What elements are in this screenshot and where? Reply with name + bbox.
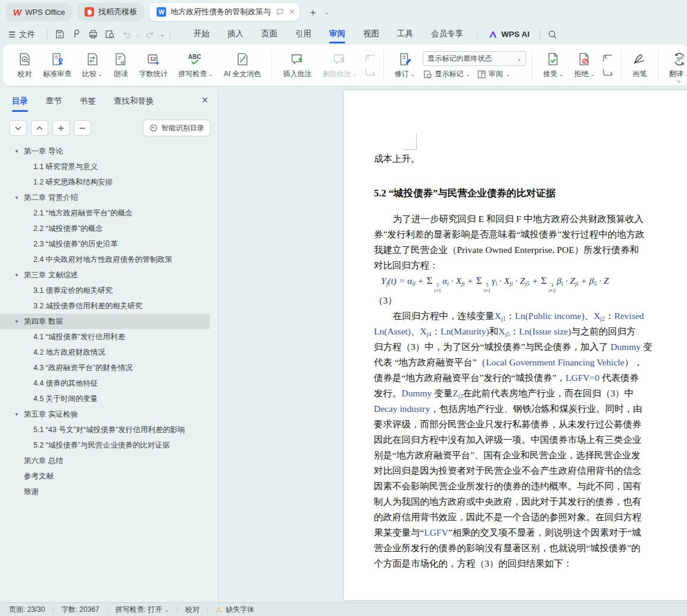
toc-item-label: 第一章 导论 — [24, 146, 63, 157]
toc-item[interactable]: 1.1 研究背景与意义 — [0, 159, 210, 174]
accept-revision-button[interactable]: 接受⌄ — [538, 49, 569, 82]
proofread-button[interactable]: 校对 — [12, 49, 38, 82]
undo-button[interactable] — [119, 27, 133, 42]
tab-wps-office[interactable]: W WPS Office — [6, 3, 72, 21]
tab-document-active[interactable]: W 地方政府性债务的管制政策与… ✕ — [149, 3, 299, 21]
previous-revision-button[interactable] — [601, 53, 614, 64]
new-tab-button[interactable]: ＋ — [308, 5, 318, 19]
toc-item[interactable]: 致谢 — [0, 484, 210, 499]
review-pane-button[interactable]: 审阅 ⌄ — [477, 69, 510, 79]
menu-item-5[interactable]: 视图 — [354, 24, 388, 45]
toc-item[interactable]: ▼第一章 导论 — [0, 143, 210, 159]
menu-item-6[interactable]: 工具 — [388, 24, 422, 45]
markup-state-dropdown[interactable]: 显示标记的最终状态 ⌄ — [423, 51, 526, 66]
page-indicator[interactable]: 页面: 23/30 — [9, 605, 45, 615]
sidebar-close-icon[interactable]: ✕ — [201, 95, 208, 105]
proofread-status[interactable]: 校对 — [185, 605, 199, 615]
next-comment-button[interactable] — [364, 67, 377, 77]
toc-item[interactable]: 4.1 “城投债券”发行信用利差 — [0, 329, 210, 345]
export-pdf-button[interactable] — [69, 27, 83, 42]
toc-item[interactable]: 3.1 债券定价的相关研究 — [0, 283, 210, 298]
spell-check-status[interactable]: 拼写检查: 打开 ⌄ — [115, 605, 169, 615]
tab-template-store[interactable]: 找稻壳模板 — [77, 3, 144, 21]
show-markup-button[interactable]: 显示标记 ⌄ — [423, 69, 470, 79]
toc-item[interactable]: 2.2 “城投债券”的概念 — [0, 221, 210, 236]
redo-button[interactable] — [143, 27, 158, 42]
word-count-button[interactable]: 12 字数统计 — [133, 49, 173, 82]
toc-item[interactable]: 2.1 “地方政府融资平台”的概念 — [0, 205, 210, 221]
ribbon-collapse-icon[interactable]: ↘ — [676, 77, 681, 84]
toc-caret-icon[interactable]: ▼ — [14, 319, 24, 324]
translate-button[interactable]: 文A 翻译⌄ — [664, 49, 687, 82]
toc-item[interactable]: 1.2 研究思路和结构安排 — [0, 174, 210, 190]
menu-item-7[interactable]: 会员专享 — [422, 24, 472, 45]
quick-access-customize-chevron[interactable]: ⌄ — [160, 31, 165, 37]
menu-item-2[interactable]: 页面 — [252, 24, 286, 45]
toc-item[interactable]: ▼第二章 背景介绍 — [0, 190, 210, 205]
toc-item[interactable]: 4.4 债券的其他特征 — [0, 376, 210, 391]
accept-revision-label: 接受 — [543, 69, 557, 79]
word-count-indicator[interactable]: 字数: 20367 — [61, 605, 99, 615]
doc-text-line: 债券是“地方政府融资平台”发行的“城投债券”，LGFV=0 代表债券 — [374, 370, 687, 386]
menu-item-3[interactable]: 引用 — [286, 24, 320, 45]
toc-expand-button[interactable] — [10, 120, 27, 136]
doc-text-line: 别是“地方政府融资平台”、国有企业和民营企业，选择民营企业发 — [374, 448, 687, 463]
insert-comment-button[interactable]: 插入批注 — [277, 49, 317, 82]
spell-check-button[interactable]: ABC 拼写检查⌄ — [173, 49, 218, 82]
toc-collapse-button[interactable] — [31, 120, 48, 136]
toc-item[interactable]: ▼第五章 实证检验 — [0, 407, 210, 422]
sidebar-tab-toc[interactable]: 目录 — [12, 96, 28, 107]
toc-caret-icon[interactable]: ▼ — [14, 195, 24, 201]
sidebar-tab-find-replace[interactable]: 查找和替换 — [114, 96, 154, 107]
undo-chevron[interactable]: ⌄ — [136, 31, 140, 37]
toc-zoom-out-button[interactable] — [74, 120, 91, 136]
compare-button[interactable]: 比较⌄ — [77, 49, 108, 82]
toc-item[interactable]: 5.2 “城投债券”与民营企业债券的比对证据 — [0, 437, 210, 453]
sidebar-tabs: 目录 章节 书签 查找和替换 ✕ — [0, 89, 218, 114]
save-button[interactable] — [52, 27, 67, 42]
ai-polish-button[interactable]: AI 全文润色 — [218, 49, 267, 82]
wps-ai-menu[interactable]: WPS AI — [482, 30, 536, 39]
menu-item-1[interactable]: 插入 — [218, 24, 252, 45]
standard-review-button[interactable]: 标准审查 — [38, 49, 77, 82]
toc-item[interactable]: 5.1 “43 号文”对“城投债券”发行信用利差的影响 — [0, 422, 210, 437]
review-pane-icon — [477, 70, 486, 79]
missing-font-indicator[interactable]: 缺失字体 — [226, 605, 254, 615]
next-revision-button[interactable] — [601, 67, 614, 77]
sidebar-tab-bookmarks[interactable]: 书签 — [80, 96, 96, 107]
toc-item[interactable]: 参考文献 — [0, 468, 210, 484]
previous-comment-button[interactable] — [364, 53, 377, 64]
toc-item[interactable]: 2.4 中央政府对地方性政府债务的管制政策 — [0, 252, 210, 267]
toc-item-label: 5.2 “城投债券”与民营企业债券的比对证据 — [33, 440, 170, 451]
toc-item[interactable]: 4.3 “政府融资平台”的财务情况 — [0, 360, 210, 376]
menu-item-4[interactable]: 审阅 — [320, 24, 354, 45]
sidebar-tab-chapters[interactable]: 章节 — [46, 96, 62, 107]
print-preview-button[interactable] — [102, 27, 117, 42]
document-page[interactable]: 成本上升。5.2 “城投债券”与民营企业债券的比对证据为了进一步研究回归 E 和… — [344, 90, 687, 600]
tab-list-chevron[interactable]: ⌄ — [324, 9, 329, 15]
toc-item[interactable]: 第六章 总结 — [0, 453, 210, 468]
track-changes-button[interactable]: 修订⌄ — [389, 49, 420, 82]
toc-item[interactable]: ▼第四章 数据 — [0, 314, 210, 329]
toc-item[interactable]: 2.3 “城投债券”的历史沿革 — [0, 236, 210, 252]
read-aloud-button[interactable]: 朗读 — [108, 49, 133, 82]
toc-item[interactable]: ▼第三章 文献综述 — [0, 267, 210, 283]
search-button[interactable] — [545, 27, 560, 42]
doc-text-line: 个方面是市场化的，方程（3）的回归结果如下： — [374, 556, 687, 571]
delete-comment-button[interactable]: 删除批注⌄ — [317, 49, 362, 82]
menu-item-0[interactable]: 开始 — [185, 24, 218, 45]
word-count-label: 字数统计 — [139, 69, 167, 79]
ink-pen-button[interactable]: 画笔 — [627, 49, 652, 82]
smart-toc-button[interactable]: 智能识别目录 — [143, 120, 211, 136]
tab-close-icon[interactable]: ✕ — [289, 8, 295, 16]
toc-caret-icon[interactable]: ▼ — [14, 149, 24, 154]
toc-item[interactable]: 4.2 地方政府财政情况 — [0, 345, 210, 360]
toc-item[interactable]: 3.2 城投债券信用利差的相关研究 — [0, 298, 210, 314]
print-button[interactable] — [86, 27, 100, 42]
file-menu-button[interactable]: ☰ 文件 — [8, 29, 42, 40]
toc-item[interactable]: 4.5 关于时间的变量 — [0, 391, 210, 407]
toc-caret-icon[interactable]: ▼ — [14, 273, 24, 278]
toc-caret-icon[interactable]: ▼ — [14, 412, 24, 417]
toc-zoom-in-button[interactable] — [52, 120, 70, 136]
reject-revision-button[interactable]: 拒绝⌄ — [569, 49, 600, 82]
